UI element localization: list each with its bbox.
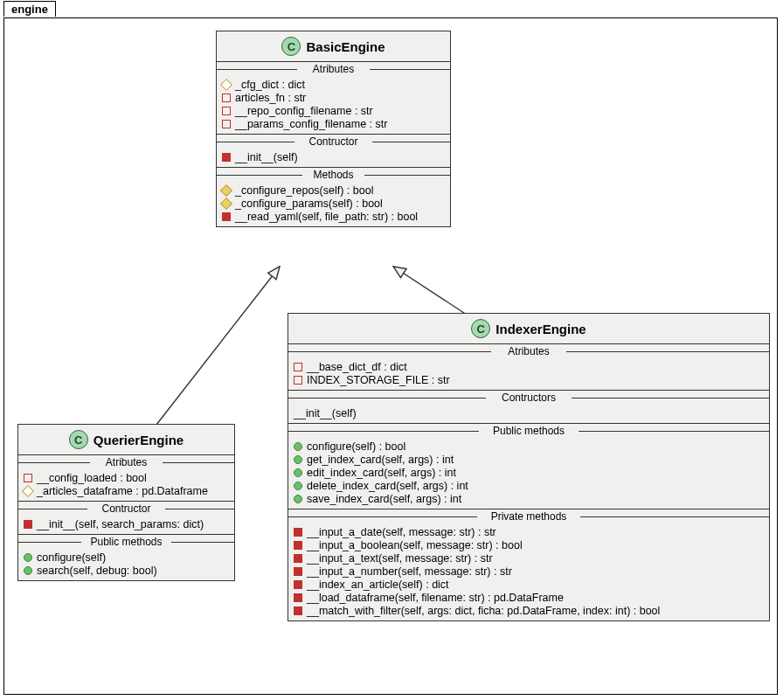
attributes-list: _cfg_dict : dict articles_fn : str __rep… bbox=[217, 76, 450, 134]
class-name: QuerierEngine bbox=[94, 433, 184, 447]
constructor: __init__(self, search_params: dict) bbox=[24, 517, 229, 530]
attribute: _cfg_dict : dict bbox=[222, 78, 445, 91]
constructor: __init__(self) bbox=[294, 406, 764, 419]
class-icon: C bbox=[281, 37, 301, 56]
attribute: INDEX_STORAGE_FILE : str bbox=[294, 373, 764, 386]
class-querierengine: C QuerierEngine Atributes __config_loade… bbox=[17, 424, 235, 581]
attributes-list: __base_dict_df : dict INDEX_STORAGE_FILE… bbox=[288, 358, 769, 390]
section-label-public: Public methods bbox=[288, 424, 769, 438]
method: __load_dataframe(self, filename: str) : … bbox=[294, 591, 764, 604]
method: save_index_card(self, args) : int bbox=[294, 492, 764, 505]
method: __input_a_number(self, message: str) : s… bbox=[294, 565, 764, 578]
package-tab: engine bbox=[3, 1, 56, 17]
method: _configure_repos(self) : bool bbox=[222, 184, 445, 197]
method: _configure_params(self) : bool bbox=[222, 197, 445, 210]
method: delete_index_card(self, args) : int bbox=[294, 479, 764, 492]
constructors-list: __init__(self) bbox=[217, 149, 450, 167]
class-icon: C bbox=[471, 319, 490, 338]
attribute: __repo_config_filename : str bbox=[222, 104, 445, 117]
section-label-methods: Methods bbox=[217, 168, 450, 182]
class-icon: C bbox=[69, 430, 88, 449]
method: search(self, debug: bool) bbox=[24, 564, 229, 577]
method: __input_a_text(self, message: str) : str bbox=[294, 551, 764, 565]
section-label-public: Public methods bbox=[18, 535, 234, 549]
class-indexerengine: C IndexerEngine Atributes __base_dict_df… bbox=[288, 313, 770, 621]
class-header: C IndexerEngine bbox=[288, 314, 769, 343]
private-methods-list: __input_a_date(self, message: str) : str… bbox=[288, 523, 769, 620]
method: __input_a_boolean(self, message: str) : … bbox=[294, 538, 764, 551]
method: __read_yaml(self, file_path: str) : bool bbox=[222, 210, 445, 223]
methods-list: _configure_repos(self) : bool _configure… bbox=[217, 182, 450, 226]
attributes-list: __config_loaded : bool _articles_datafra… bbox=[18, 469, 234, 501]
diagram-canvas: engine C BasicEngine Atributes _cfg_dict… bbox=[0, 0, 783, 700]
method: configure(self) : bool bbox=[294, 440, 764, 453]
method: __match_with_filter(self, args: dict, fi… bbox=[294, 604, 764, 617]
class-basicengine: C BasicEngine Atributes _cfg_dict : dict… bbox=[216, 31, 451, 227]
method: __index_an_article(self) : dict bbox=[294, 578, 764, 591]
public-methods-list: configure(self) search(self, debug: bool… bbox=[18, 549, 234, 580]
method: __input_a_date(self, message: str) : str bbox=[294, 525, 764, 538]
attribute: articles_fn : str bbox=[222, 91, 445, 104]
constructor: __init__(self) bbox=[222, 150, 445, 163]
class-name: IndexerEngine bbox=[495, 322, 586, 336]
method: get_index_card(self, args) : int bbox=[294, 453, 764, 466]
package-name: engine bbox=[11, 3, 48, 16]
class-name: BasicEngine bbox=[306, 39, 385, 54]
section-label-attributes: Atributes bbox=[18, 455, 234, 469]
public-methods-list: configure(self) : bool get_index_card(se… bbox=[288, 438, 769, 509]
section-label-constructor: Contructor bbox=[18, 502, 234, 516]
class-header: C BasicEngine bbox=[217, 31, 450, 61]
attribute: _articles_dataframe : pd.Dataframe bbox=[24, 484, 229, 497]
method: configure(self) bbox=[24, 551, 229, 564]
class-header: C QuerierEngine bbox=[18, 425, 234, 454]
attribute: __config_loaded : bool bbox=[24, 471, 229, 484]
section-label-private: Private methods bbox=[288, 509, 769, 523]
section-label-constructors: Contructors bbox=[288, 391, 769, 405]
method: edit_index_card(self, args) : int bbox=[294, 466, 764, 479]
attribute: __params_config_filename : str bbox=[222, 117, 445, 130]
section-label-attributes: Atributes bbox=[288, 344, 769, 358]
attribute: __base_dict_df : dict bbox=[294, 360, 764, 373]
section-label-constructor: Contructor bbox=[217, 135, 450, 149]
section-label-attributes: Atributes bbox=[217, 62, 450, 76]
constructors-list: __init__(self, search_params: dict) bbox=[18, 516, 234, 534]
constructors-list: __init__(self) bbox=[288, 405, 769, 423]
